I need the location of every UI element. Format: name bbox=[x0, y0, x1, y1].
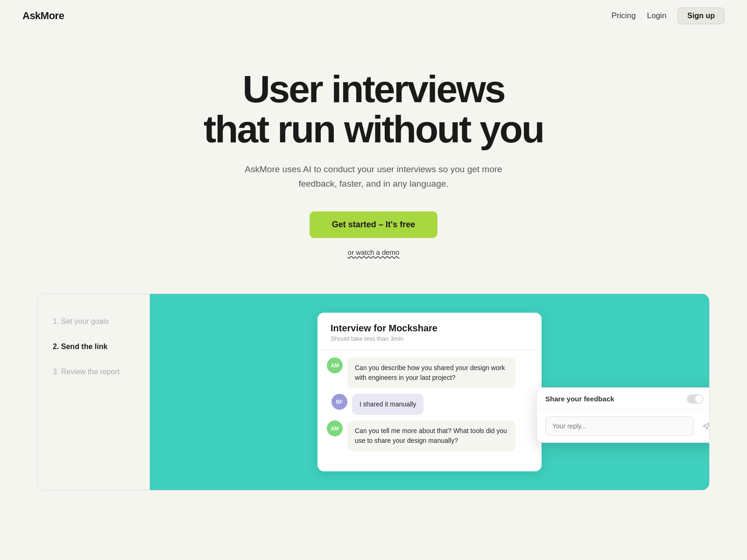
hero-title: User interviews that run without you bbox=[19, 69, 728, 149]
watch-demo-text: or watch a demo bbox=[19, 248, 728, 256]
hero-subtitle: AskMore uses AI to conduct your user int… bbox=[243, 162, 504, 191]
feedback-toggle[interactable] bbox=[687, 394, 704, 404]
avatar-am-2: AM bbox=[327, 420, 343, 436]
feedback-input-area bbox=[537, 410, 710, 442]
feedback-title: Share your feedback bbox=[545, 395, 614, 403]
navbar: AskMore Pricing Login Sign up bbox=[0, 0, 747, 32]
chat-message-3: AM Can you tell me more about that? What… bbox=[327, 420, 532, 451]
interview-header: Interview for Mockshare Should take less… bbox=[317, 313, 542, 350]
avatar-am-1: AM bbox=[327, 357, 343, 373]
nav-right: Pricing Login Sign up bbox=[612, 7, 725, 24]
demo-section: 1. Set your goals 2. Send the link 3. Re… bbox=[37, 294, 710, 490]
feedback-popup: Share your feedback ✕ bbox=[536, 387, 710, 443]
sidebar-step-1[interactable]: 1. Set your goals bbox=[53, 317, 134, 326]
pricing-link[interactable]: Pricing bbox=[612, 11, 636, 21]
demo-sidebar: 1. Set your goals 2. Send the link 3. Re… bbox=[38, 294, 150, 490]
feedback-icons: ✕ bbox=[687, 394, 710, 404]
login-link[interactable]: Login bbox=[647, 11, 667, 21]
sidebar-step-3[interactable]: 3. Review the report bbox=[53, 368, 134, 376]
send-button[interactable] bbox=[698, 418, 710, 434]
demo-main: Interview for Mockshare Should take less… bbox=[150, 294, 709, 490]
hero-section: User interviews that run without you Ask… bbox=[0, 32, 747, 284]
interview-title: Interview for Mockshare bbox=[331, 323, 529, 334]
msg-bubble-2: I shared it manually bbox=[352, 394, 423, 415]
chat-message-1: AM Can you describe how you shared your … bbox=[327, 357, 532, 388]
watch-demo-link[interactable]: or watch a demo bbox=[19, 248, 728, 256]
feedback-input[interactable] bbox=[545, 416, 694, 436]
sidebar-step-2[interactable]: 2. Send the link bbox=[53, 343, 134, 351]
chat-body: AM Can you describe how you shared your … bbox=[317, 350, 542, 459]
close-icon[interactable]: ✕ bbox=[708, 394, 710, 403]
feedback-popup-header: Share your feedback ✕ bbox=[537, 388, 710, 410]
msg-bubble-3: Can you tell me more about that? What to… bbox=[347, 420, 515, 451]
chat-message-2: BF I shared it manually bbox=[327, 394, 532, 415]
avatar-bf: BF bbox=[331, 394, 347, 410]
msg-bubble-1: Can you describe how you shared your des… bbox=[347, 357, 515, 388]
interview-subtitle: Should take less than 3min bbox=[331, 335, 529, 342]
logo[interactable]: AskMore bbox=[22, 10, 64, 22]
signup-button[interactable]: Sign up bbox=[677, 7, 725, 24]
cta-button[interactable]: Get started – It's free bbox=[310, 211, 437, 238]
interview-card: Interview for Mockshare Should take less… bbox=[317, 313, 542, 471]
send-icon bbox=[702, 422, 710, 430]
